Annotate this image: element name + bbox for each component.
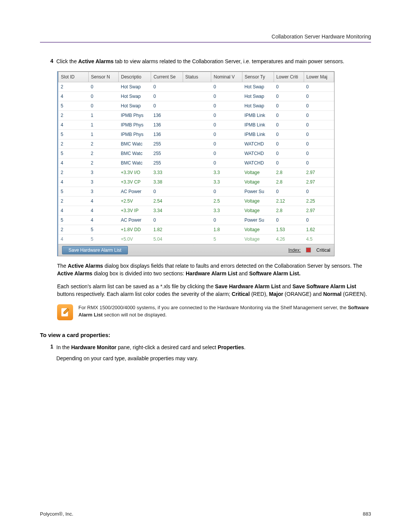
table-row[interactable]: 23+3.3V I/O3.333.3Voltage2.82.97	[59, 168, 334, 177]
table-row[interactable]: 21IPMB Phys1360IPMB Link00	[59, 110, 334, 120]
active-alarms-table: Slot ID Sensor N Descriptio Current Se S…	[57, 71, 335, 256]
table-row[interactable]: 40Hot Swap00Hot Swap00	[59, 91, 334, 101]
subheading-view-card-properties: To view a card properties:	[40, 332, 371, 338]
step-number: 4	[40, 58, 56, 66]
note-icon	[57, 304, 73, 320]
table-row[interactable]: 20Hot Swap00Hot Swap00	[59, 82, 334, 91]
table-row[interactable]: 41IPMB Phys1360IPMB Link00	[59, 120, 334, 129]
footer-page-number: 883	[363, 511, 371, 517]
step-text: Click the Active Alarms tab to view alar…	[56, 58, 371, 66]
col-lower-criti[interactable]: Lower Criti	[274, 72, 304, 82]
table-row[interactable]: 51IPMB Phys1360IPMB Link00	[59, 129, 334, 139]
table-header-row[interactable]: Slot ID Sensor N Descriptio Current Se S…	[59, 72, 334, 82]
table-row[interactable]: 53AC Power00Power Su00	[59, 187, 334, 196]
note-box: For RMX 1500/2000/4000 systems, if you a…	[57, 304, 371, 320]
table-row[interactable]: 43+3.3V CP3.383.3Voltage2.82.97	[59, 177, 334, 187]
header-divider	[40, 42, 371, 43]
table-row[interactable]: 50Hot Swap00Hot Swap00	[59, 101, 334, 110]
table-row[interactable]: 42BMC Watc2550WATCHD00	[59, 158, 334, 168]
col-sensor-n[interactable]: Sensor N	[89, 72, 119, 82]
table-row[interactable]: 54AC Power00Power Su00	[59, 215, 334, 225]
col-sensor-ty[interactable]: Sensor Ty	[242, 72, 274, 82]
col-description[interactable]: Descriptio	[119, 72, 151, 82]
page-header-title: Collaboration Server Hardware Monitoring	[272, 34, 371, 40]
paragraph-1: The Active Alarms dialog box displays fi…	[57, 262, 371, 278]
col-current-se[interactable]: Current Se	[151, 72, 183, 82]
table-row[interactable]: 24+2.5V2.542.5Voltage2.122.25	[59, 196, 334, 206]
table-footer-bar: Save Hardware Alarm List Index: Critical	[58, 244, 334, 256]
table-row[interactable]: 45+5.0V5.045Voltage4.264.5	[59, 234, 334, 244]
critical-swatch-icon	[306, 248, 311, 252]
col-lower-maj[interactable]: Lower Maj	[304, 72, 334, 82]
save-hardware-alarm-list-button[interactable]: Save Hardware Alarm List	[62, 246, 128, 254]
col-nominal-v[interactable]: Nominal V	[211, 72, 242, 82]
paragraph-2: Each section's alarm list can be saved a…	[57, 283, 371, 298]
page-footer: Polycom®, Inc. 883	[40, 511, 371, 517]
step-1: 1 In the Hardware Monitor pane, right-cl…	[40, 343, 371, 363]
col-slot-id[interactable]: Slot ID	[59, 72, 89, 82]
table-row[interactable]: 22BMC Watc2550WATCHD00	[59, 139, 334, 149]
note-text: For RMX 1500/2000/4000 systems, if you a…	[78, 304, 371, 319]
footer-company: Polycom®, Inc.	[40, 511, 73, 517]
col-status[interactable]: Status	[183, 72, 211, 82]
index-link[interactable]: Index:	[288, 248, 301, 253]
table-row[interactable]: 25+1.8V DD1.821.8Voltage1.531.62	[59, 225, 334, 234]
critical-label: Critical	[316, 248, 330, 253]
step-4: 4 Click the Active Alarms tab to view al…	[40, 58, 371, 66]
table-row[interactable]: 44+3.3V IP3.343.3Voltage2.82.97	[59, 206, 334, 215]
table-row[interactable]: 52BMC Watc2550WATCHD00	[59, 149, 334, 158]
